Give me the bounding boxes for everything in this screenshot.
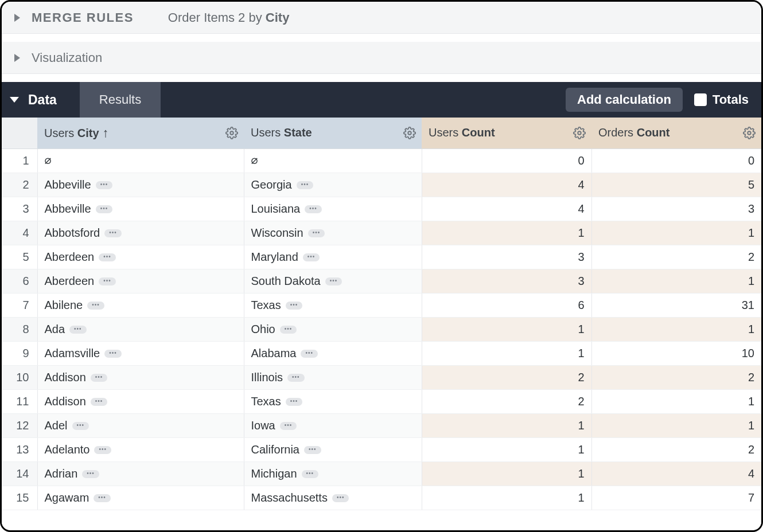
cell-orders-count[interactable]: 1	[591, 389, 761, 413]
ellipsis-icon[interactable]	[303, 253, 320, 261]
column-header-users-count[interactable]: Users Count	[422, 118, 591, 148]
ellipsis-icon[interactable]	[302, 470, 319, 478]
cell-city[interactable]: Abilene	[37, 293, 244, 317]
cell-users-count[interactable]: 4	[422, 197, 591, 221]
ellipsis-icon[interactable]	[91, 398, 108, 406]
cell-users-count[interactable]: 1	[422, 221, 591, 245]
add-calculation-button[interactable]: Add calculation	[566, 88, 683, 112]
ellipsis-icon[interactable]	[297, 181, 314, 189]
cell-orders-count[interactable]: 1	[591, 269, 761, 293]
chevron-down-icon[interactable]	[10, 97, 19, 103]
cell-city[interactable]: Adrian	[37, 461, 244, 486]
cell-city[interactable]: Aberdeen	[37, 245, 244, 269]
cell-city[interactable]: Aberdeen	[37, 269, 244, 293]
cell-orders-count[interactable]: 0	[591, 148, 761, 173]
ellipsis-icon[interactable]	[82, 470, 99, 478]
ellipsis-icon[interactable]	[280, 326, 297, 334]
cell-state[interactable]: Michigan	[244, 461, 422, 486]
ellipsis-icon[interactable]	[301, 350, 318, 358]
merge-rules-section[interactable]: MERGE RULES Order Items 2 by City	[2, 2, 761, 34]
cell-state[interactable]: Alabama	[244, 341, 422, 365]
cell-city[interactable]: Abbeville	[37, 197, 244, 221]
cell-city[interactable]: Abbotsford	[37, 221, 244, 245]
cell-users-count[interactable]: 4	[422, 173, 591, 197]
tab-results[interactable]: Results	[80, 82, 161, 118]
ellipsis-icon[interactable]	[287, 374, 305, 382]
ellipsis-icon[interactable]	[91, 374, 108, 382]
cell-city[interactable]: Ada	[37, 317, 244, 341]
cell-orders-count[interactable]: 2	[591, 437, 761, 461]
cell-state[interactable]: Illinois	[244, 365, 422, 389]
ellipsis-icon[interactable]	[96, 205, 113, 213]
cell-state[interactable]: Louisiana	[244, 197, 422, 221]
ellipsis-icon[interactable]	[99, 277, 116, 285]
ellipsis-icon[interactable]	[104, 350, 122, 358]
cell-orders-count[interactable]: 1	[591, 413, 761, 437]
column-header-users-state[interactable]: Users State	[244, 118, 422, 148]
gear-icon[interactable]	[573, 127, 586, 139]
cell-state[interactable]: Iowa	[244, 413, 422, 437]
ellipsis-icon[interactable]	[304, 446, 321, 454]
ellipsis-icon[interactable]	[325, 277, 342, 285]
cell-users-count[interactable]: 1	[422, 317, 591, 341]
column-header-users-city[interactable]: Users City↑	[37, 118, 244, 148]
cell-orders-count[interactable]: 10	[591, 341, 761, 365]
ellipsis-icon[interactable]	[332, 494, 349, 502]
cell-state[interactable]: ∅	[244, 148, 422, 173]
ellipsis-icon[interactable]	[72, 422, 89, 430]
cell-city[interactable]: Agawam	[37, 486, 244, 510]
cell-orders-count[interactable]: 4	[591, 461, 761, 486]
cell-users-count[interactable]: 1	[422, 437, 591, 461]
ellipsis-icon[interactable]	[104, 229, 122, 237]
ellipsis-icon[interactable]	[280, 422, 297, 430]
ellipsis-icon[interactable]	[94, 446, 111, 454]
cell-state[interactable]: Massachusetts	[244, 486, 422, 510]
gear-icon[interactable]	[225, 127, 238, 139]
cell-users-count[interactable]: 1	[422, 413, 591, 437]
cell-orders-count[interactable]: 1	[591, 317, 761, 341]
ellipsis-icon[interactable]	[286, 302, 303, 310]
cell-state[interactable]: Texas	[244, 293, 422, 317]
cell-city[interactable]: Adel	[37, 413, 244, 437]
cell-users-count[interactable]: 1	[422, 486, 591, 510]
totals-checkbox[interactable]	[694, 93, 707, 106]
totals-toggle[interactable]: Totals	[694, 92, 749, 107]
cell-state[interactable]: California	[244, 437, 422, 461]
cell-users-count[interactable]: 2	[422, 365, 591, 389]
ellipsis-icon[interactable]	[69, 326, 87, 334]
cell-state[interactable]: Wisconsin	[244, 221, 422, 245]
cell-city[interactable]: Adelanto	[37, 437, 244, 461]
ellipsis-icon[interactable]	[305, 205, 322, 213]
gear-icon[interactable]	[743, 127, 756, 139]
cell-users-count[interactable]: 3	[422, 245, 591, 269]
cell-orders-count[interactable]: 7	[591, 486, 761, 510]
cell-orders-count[interactable]: 31	[591, 293, 761, 317]
cell-orders-count[interactable]: 2	[591, 245, 761, 269]
ellipsis-icon[interactable]	[286, 398, 303, 406]
cell-orders-count[interactable]: 2	[591, 365, 761, 389]
cell-state[interactable]: Texas	[244, 389, 422, 413]
cell-users-count[interactable]: 2	[422, 389, 591, 413]
cell-city[interactable]: Addison	[37, 389, 244, 413]
gear-icon[interactable]	[403, 127, 416, 139]
cell-city[interactable]: ∅	[37, 148, 244, 173]
cell-city[interactable]: Adamsville	[37, 341, 244, 365]
cell-city[interactable]: Addison	[37, 365, 244, 389]
ellipsis-icon[interactable]	[308, 229, 325, 237]
cell-state[interactable]: Georgia	[244, 173, 422, 197]
ellipsis-icon[interactable]	[99, 253, 116, 261]
tab-data[interactable]: Data	[28, 92, 80, 108]
cell-users-count[interactable]: 1	[422, 341, 591, 365]
cell-state[interactable]: Maryland	[244, 245, 422, 269]
cell-state[interactable]: South Dakota	[244, 269, 422, 293]
cell-city[interactable]: Abbeville	[37, 173, 244, 197]
cell-orders-count[interactable]: 1	[591, 221, 761, 245]
cell-state[interactable]: Ohio	[244, 317, 422, 341]
cell-users-count[interactable]: 3	[422, 269, 591, 293]
cell-orders-count[interactable]: 5	[591, 173, 761, 197]
ellipsis-icon[interactable]	[96, 181, 113, 189]
cell-orders-count[interactable]: 3	[591, 197, 761, 221]
cell-users-count[interactable]: 0	[422, 148, 591, 173]
cell-users-count[interactable]: 6	[422, 293, 591, 317]
ellipsis-icon[interactable]	[87, 302, 104, 310]
